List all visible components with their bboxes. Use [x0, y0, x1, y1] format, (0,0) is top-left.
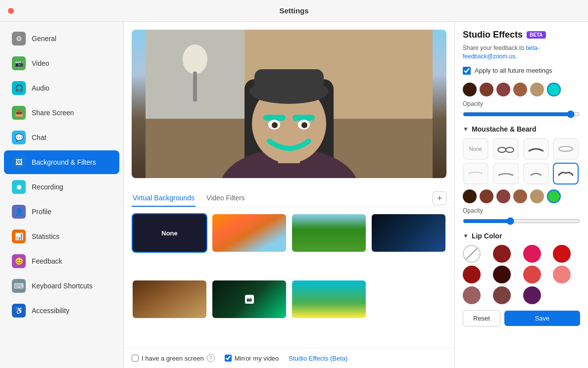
sidebar-icon-sharescreen: 📤: [12, 106, 26, 120]
eyebrow-color-2[interactable]: [480, 83, 493, 96]
sidebar-item-recording[interactable]: ⏺ Recording: [4, 175, 119, 199]
lip-color-1[interactable]: [493, 245, 511, 263]
bg-none-item[interactable]: None: [132, 213, 207, 253]
sidebar-item-video[interactable]: 📷 Video: [4, 51, 119, 75]
tab-video-filters[interactable]: Video Filters: [205, 190, 246, 207]
apply-future-meetings-row: Apply to all future meetings: [463, 67, 580, 75]
sidebar-item-bgfilters[interactable]: 🖼 Background & Filters: [4, 150, 119, 174]
lip-section-header[interactable]: ▼ Lip Color: [463, 232, 580, 240]
eyebrow-opacity-label: Opacity: [463, 100, 580, 107]
sidebar-label-bgfilters: Background & Filters: [32, 158, 96, 166]
lip-color-10[interactable]: [523, 286, 541, 304]
bg-none-thumb: None: [133, 214, 206, 252]
sidebar-item-feedback[interactable]: 😊 Feedback: [4, 249, 119, 273]
lip-none[interactable]: [463, 245, 481, 263]
sidebar-item-profile[interactable]: 👤 Profile: [4, 200, 119, 224]
mustache-opacity-label: Opacity: [463, 207, 580, 214]
green-screen-checkbox[interactable]: [132, 355, 139, 362]
mustache-opacity-slider[interactable]: [463, 217, 580, 225]
mustache-4[interactable]: [463, 163, 489, 184]
mustache-1[interactable]: [493, 138, 519, 160]
studio-effects-link[interactable]: Studio Effects (Beta): [289, 355, 347, 362]
reset-button[interactable]: Reset: [463, 310, 500, 326]
eyebrow-color-4[interactable]: [513, 83, 527, 96]
add-background-button[interactable]: +: [433, 191, 446, 205]
lip-color-6[interactable]: [523, 266, 541, 283]
close-button[interactable]: [8, 8, 14, 14]
mirror-video-label: Mirror my video: [235, 355, 279, 362]
mustache-5[interactable]: [493, 163, 519, 184]
mustache-color-row: [463, 189, 580, 203]
mustache-section-header[interactable]: ▼ Moustache & Beard: [463, 125, 580, 133]
save-button[interactable]: Save: [504, 311, 580, 326]
sidebar-item-accessibility[interactable]: ♿ Accessibility: [4, 299, 119, 322]
mustache-3[interactable]: [553, 138, 579, 160]
sidebar-label-statistics: Statistics: [32, 232, 59, 240]
sidebar-label-accessibility: Accessibility: [32, 307, 69, 315]
studio-title: Studio Effects: [463, 30, 523, 40]
bg-space-item[interactable]: [371, 213, 446, 253]
sidebar-item-chat[interactable]: 💬 Chat: [4, 126, 119, 149]
sidebar-icon-recording: ⏺: [12, 180, 26, 194]
sidebar-label-general: General: [32, 35, 56, 43]
eyebrow-color-1[interactable]: [463, 83, 477, 96]
tabs-bar: Virtual Backgrounds Video Filters +: [124, 186, 454, 207]
mirror-video-checkbox[interactable]: [225, 355, 232, 362]
mustache-2[interactable]: [523, 138, 549, 160]
sidebar-icon-keyboard: ⌨: [12, 279, 26, 293]
sidebar-item-general[interactable]: ⚙ General: [4, 27, 119, 50]
sidebar-item-statistics[interactable]: 📊 Statistics: [4, 225, 119, 248]
tab-virtual-backgrounds[interactable]: Virtual Backgrounds: [132, 190, 196, 207]
sidebar-item-keyboard[interactable]: ⌨ Keyboard Shortcuts: [4, 274, 119, 298]
mustache-color-5[interactable]: [530, 189, 544, 203]
sidebar-icon-general: ⚙: [12, 32, 26, 46]
lip-color-2[interactable]: [523, 245, 541, 263]
lip-color-3[interactable]: [553, 245, 571, 263]
bg-beach-item[interactable]: [291, 279, 367, 319]
lip-color-grid: [463, 245, 580, 304]
lip-color-5[interactable]: [493, 266, 511, 283]
feedback-email-link[interactable]: beta-feedback@zoom.us: [463, 45, 539, 60]
sidebar-item-audio[interactable]: 🎧 Audio: [4, 76, 119, 100]
mustache-none[interactable]: None: [463, 138, 489, 160]
mustache-section-title: Moustache & Beard: [472, 125, 537, 133]
mustache-chevron-icon: ▼: [463, 126, 469, 133]
eyebrow-color-5[interactable]: [530, 83, 544, 96]
mustache-7[interactable]: [553, 163, 579, 184]
sidebar-label-audio: Audio: [32, 84, 49, 92]
bg-nature-item[interactable]: [291, 213, 367, 253]
mustache-6[interactable]: [523, 163, 549, 184]
eyebrow-opacity-slider[interactable]: [463, 110, 580, 118]
sidebar-label-recording: Recording: [32, 183, 63, 191]
mirror-video-item: Mirror my video: [225, 355, 279, 362]
mustache-color-1[interactable]: [463, 189, 477, 203]
lip-color-4[interactable]: [463, 266, 481, 283]
mustache-color-4[interactable]: [513, 189, 527, 203]
studio-header: Studio Effects BETA: [463, 30, 580, 40]
sidebar-icon-audio: 🎧: [12, 81, 26, 95]
svg-rect-16: [193, 72, 197, 101]
mustache-color-3[interactable]: [496, 189, 510, 203]
svg-rect-8: [254, 69, 324, 96]
mustache-color-2[interactable]: [480, 189, 493, 203]
sidebar-icon-profile: 👤: [12, 205, 26, 219]
sidebar-icon-feedback: 😊: [12, 254, 26, 268]
lip-color-8[interactable]: [463, 286, 481, 304]
background-grid: None 📷: [124, 207, 454, 348]
lip-color-9[interactable]: [493, 286, 511, 304]
center-panel: Virtual Backgrounds Video Filters + None: [124, 22, 454, 368]
bg-golden-gate-item[interactable]: [211, 213, 287, 253]
sidebar-label-chat: Chat: [32, 134, 47, 141]
bg-aurora-item[interactable]: 📷: [211, 279, 287, 319]
green-screen-help[interactable]: ?: [207, 354, 215, 362]
lip-color-7[interactable]: [553, 266, 571, 283]
mustache-color-6[interactable]: [547, 189, 561, 203]
apply-future-meetings-checkbox[interactable]: [463, 67, 471, 75]
beta-badge: BETA: [527, 31, 545, 39]
bg-beach-thumb: [292, 280, 366, 318]
eyebrow-color-6[interactable]: [547, 83, 561, 96]
eyebrow-color-3[interactable]: [496, 83, 510, 96]
sidebar-item-sharescreen[interactable]: 📤 Share Screen: [4, 101, 119, 125]
sidebar-label-keyboard: Keyboard Shortcuts: [32, 282, 93, 290]
bg-room-item[interactable]: [132, 279, 207, 319]
